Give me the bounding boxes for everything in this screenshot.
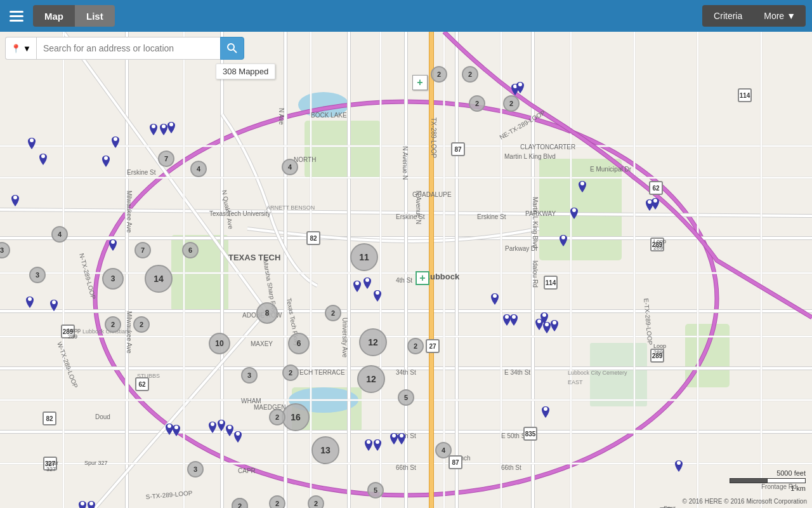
cluster-marker[interactable]: 8 — [256, 302, 278, 324]
cluster-marker[interactable]: 12 — [359, 328, 387, 356]
cluster-marker[interactable]: 2 — [269, 495, 285, 508]
svg-text:ARNETT BENSON: ARNETT BENSON — [266, 204, 315, 211]
highway-shield-62-ne: 62 — [649, 181, 663, 195]
search-icon — [227, 43, 237, 53]
svg-rect-3 — [304, 121, 381, 178]
cluster-marker[interactable]: 12 — [357, 365, 385, 393]
cluster-marker[interactable]: 2 — [308, 495, 324, 508]
svg-text:Martin L King Blvd: Martin L King Blvd — [532, 197, 539, 248]
svg-text:Erskine St: Erskine St — [127, 169, 156, 176]
map-svg: NORTH ARNETT BENSON TEXAS TECH Texas Tec… — [0, 32, 812, 508]
highway-shield-82: 82 — [306, 231, 320, 245]
cluster-marker[interactable]: 5 — [367, 482, 384, 498]
highway-shield-114: 114 — [544, 276, 558, 290]
highway-shield-114-ne: 114 — [738, 88, 752, 102]
highway-shield-spur-sw: 327 — [43, 457, 57, 471]
cluster-marker[interactable]: 2 — [469, 95, 485, 112]
cluster-marker[interactable]: 3 — [102, 268, 124, 290]
cluster-marker[interactable]: 10 — [209, 333, 230, 354]
svg-text:Lubbock: Lubbock — [425, 272, 460, 281]
hamburger-button[interactable] — [6, 8, 27, 25]
highway-shield-835: 835 — [523, 427, 537, 441]
highway-shield-27: 27 — [426, 339, 440, 353]
svg-text:Lubbock Christian: Lubbock Christian — [82, 328, 128, 335]
cluster-marker[interactable]: 2 — [282, 364, 299, 381]
svg-line-1 — [233, 50, 237, 53]
svg-text:PARKWAY: PARKWAY — [525, 210, 556, 217]
cluster-marker[interactable]: 2 — [133, 316, 150, 333]
svg-text:Doud: Doud — [95, 413, 110, 420]
svg-text:50th St: 50th St — [396, 432, 416, 439]
add-location-button[interactable]: + — [416, 271, 429, 285]
svg-text:Erskine St: Erskine St — [477, 213, 506, 220]
cluster-marker[interactable]: 7 — [158, 150, 174, 167]
header: Map List Criteria More ▼ — [0, 0, 812, 32]
cluster-marker[interactable]: 4 — [190, 161, 207, 177]
cluster-marker[interactable]: 2 — [269, 409, 285, 425]
svg-point-0 — [228, 44, 234, 50]
location-toggle-button[interactable]: 📍 ▼ — [5, 37, 36, 60]
criteria-button[interactable]: Criteria — [702, 5, 754, 27]
zoom-in-button[interactable]: + — [412, 75, 428, 90]
svg-text:Lubbock City Cemetery: Lubbock City Cemetery — [568, 370, 627, 376]
cluster-marker[interactable]: 6 — [182, 242, 199, 258]
cluster-marker[interactable]: 3 — [29, 267, 46, 283]
svg-text:E 34th St: E 34th St — [504, 369, 530, 376]
cluster-marker[interactable]: 7 — [134, 242, 151, 258]
cluster-marker[interactable]: 2 — [462, 66, 478, 83]
search-button[interactable] — [220, 37, 244, 60]
map-container[interactable]: NORTH ARNETT BENSON TEXAS TECH Texas Tec… — [0, 32, 812, 508]
svg-text:CLAYTONCARTER: CLAYTONCARTER — [520, 144, 575, 150]
search-input[interactable] — [36, 37, 220, 60]
cluster-marker[interactable]: 2 — [503, 95, 520, 112]
cluster-marker[interactable]: 6 — [288, 333, 310, 354]
svg-text:66th St: 66th St — [396, 464, 416, 471]
svg-text:Milwaukee Ave: Milwaukee Ave — [126, 311, 133, 354]
mapped-count-badge: 308 Mapped — [216, 64, 275, 79]
cluster-marker[interactable]: 4 — [282, 159, 298, 175]
map-tab-button[interactable]: Map — [33, 5, 75, 27]
svg-text:34th St: 34th St — [396, 369, 416, 376]
more-label: More — [764, 11, 784, 21]
highway-shield-87: 87 — [451, 142, 465, 156]
list-tab-button[interactable]: List — [75, 5, 115, 27]
cluster-marker[interactable]: 2 — [407, 338, 424, 354]
svg-text:TECH TERRACE: TECH TERRACE — [296, 369, 345, 376]
svg-text:University Ave: University Ave — [341, 318, 348, 358]
cluster-marker[interactable]: 2 — [105, 316, 121, 333]
highway-shield-62: 62 — [135, 377, 149, 391]
cluster-marker[interactable]: 13 — [311, 436, 339, 464]
location-toggle-arrow: ▼ — [23, 44, 31, 53]
cluster-marker[interactable]: 4 — [435, 442, 452, 458]
cluster-marker[interactable]: 14 — [145, 265, 173, 293]
svg-text:N Ave: N Ave — [278, 108, 285, 125]
cluster-marker[interactable]: 2 — [325, 305, 341, 321]
cluster-marker[interactable]: 2 — [431, 66, 447, 83]
location-pin-icon: 📍 — [11, 44, 21, 53]
svg-text:E Municipal Dr: E Municipal Dr — [590, 166, 632, 173]
svg-text:TEXAS TECH: TEXAS TECH — [228, 253, 280, 262]
more-button[interactable]: More ▼ — [754, 5, 806, 27]
svg-text:Idalou Rd: Idalou Rd — [532, 260, 539, 288]
highway-shield-loop289-e: 289 — [650, 237, 664, 251]
svg-text:BOCK LAKE: BOCK LAKE — [311, 112, 347, 119]
cluster-marker[interactable]: 3 — [187, 461, 204, 478]
svg-text:4th St: 4th St — [396, 277, 412, 284]
highway-shield-loop289-se: 289 — [650, 349, 664, 363]
cluster-marker[interactable]: 4 — [51, 226, 68, 243]
cluster-marker[interactable]: 16 — [282, 403, 310, 431]
cluster-marker[interactable]: 3 — [241, 367, 258, 384]
svg-text:EAST: EAST — [568, 379, 583, 385]
svg-text:NORTH: NORTH — [294, 156, 316, 163]
svg-text:Milwaukee Ave: Milwaukee Ave — [126, 190, 133, 233]
cluster-marker[interactable]: 11 — [350, 243, 378, 271]
highway-shield-82-sw: 82 — [43, 411, 56, 425]
highway-shield-loop289-nw: 289 — [61, 324, 75, 338]
svg-text:N Avenue N: N Avenue N — [402, 146, 409, 180]
highway-shield-87-s: 87 — [449, 455, 462, 469]
more-arrow-icon: ▼ — [787, 11, 796, 21]
svg-text:66th St: 66th St — [501, 464, 521, 471]
svg-text:N Avenue N: N Avenue N — [415, 190, 422, 224]
svg-text:Frontage Rd: Frontage Rd — [761, 483, 797, 490]
cluster-marker[interactable]: 5 — [398, 389, 414, 406]
